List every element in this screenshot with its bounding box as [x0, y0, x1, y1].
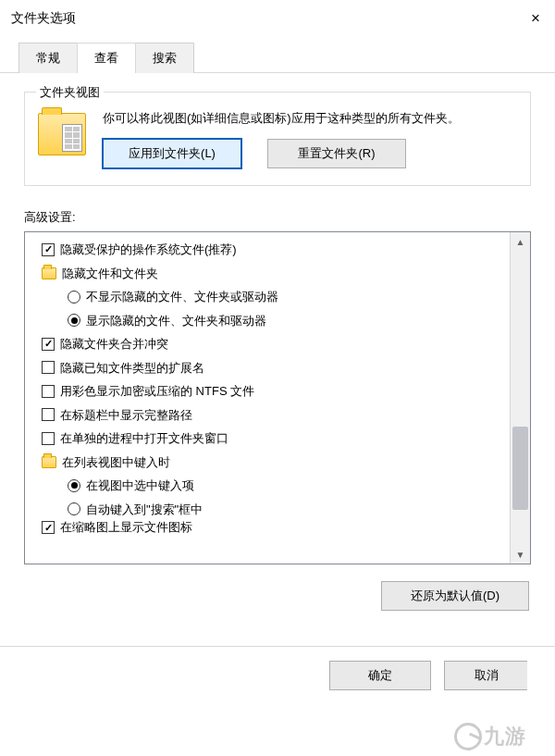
folder-view-icon — [38, 113, 86, 155]
folder-icon — [42, 267, 56, 279]
tree-item-12[interactable]: 在缩略图上显示文件图标 — [32, 521, 510, 534]
tree-item-label: 隐藏文件夹合并冲突 — [60, 335, 168, 353]
tree-item-6[interactable]: 用彩色显示加密或压缩的 NTFS 文件 — [32, 379, 510, 403]
tree-item-label: 隐藏受保护的操作系统文件(推荐) — [60, 241, 237, 259]
scroll-up-icon[interactable]: ▲ — [511, 232, 530, 251]
tab-1[interactable]: 查看 — [77, 43, 136, 73]
checkbox-icon — [42, 521, 55, 534]
tree-item-label: 隐藏已知文件类型的扩展名 — [60, 359, 204, 378]
tree-item-label: 不显示隐藏的文件、文件夹或驱动器 — [86, 288, 278, 306]
scrollbar-thumb[interactable] — [512, 427, 528, 510]
window-title: 文件夹选项 — [11, 10, 76, 27]
tree-item-label: 隐藏文件和文件夹 — [62, 265, 158, 283]
scroll-down-icon[interactable]: ▼ — [511, 545, 530, 564]
scrollbar-vertical[interactable]: ▲ ▼ — [510, 232, 530, 564]
tree-item-11[interactable]: 自动键入到"搜索"框中 — [32, 498, 510, 522]
tree-item-3[interactable]: 显示隐藏的文件、文件夹和驱动器 — [32, 309, 510, 333]
tree-item-label: 在标题栏中显示完整路径 — [60, 406, 192, 425]
tree-item-0[interactable]: 隐藏受保护的操作系统文件(推荐) — [32, 238, 510, 262]
checkbox-icon — [42, 385, 55, 398]
advanced-settings-tree[interactable]: 隐藏受保护的操作系统文件(推荐)隐藏文件和文件夹不显示隐藏的文件、文件夹或驱动器… — [24, 231, 531, 564]
radio-icon — [68, 479, 80, 492]
tree-item-7[interactable]: 在标题栏中显示完整路径 — [32, 403, 510, 428]
tree-item-8[interactable]: 在单独的进程中打开文件夹窗口 — [32, 427, 510, 451]
folder-view-legend: 文件夹视图 — [36, 84, 104, 101]
tree-item-label: 自动键入到"搜索"框中 — [86, 501, 203, 519]
reset-folders-button[interactable]: 重置文件夹(R) — [267, 139, 406, 168]
apply-to-folders-button[interactable]: 应用到文件夹(L) — [103, 139, 241, 168]
checkbox-icon — [42, 361, 55, 374]
tab-0[interactable]: 常规 — [18, 43, 78, 73]
checkbox-icon — [42, 408, 55, 421]
folder-view-desc: 你可以将此视图(如详细信息或图标)应用于这种类型的所有文件夹。 — [103, 109, 517, 128]
checkbox-icon — [42, 243, 55, 256]
ok-button[interactable]: 确定 — [329, 661, 431, 690]
close-icon[interactable]: × — [527, 9, 544, 28]
tree-item-5[interactable]: 隐藏已知文件类型的扩展名 — [32, 356, 510, 380]
radio-icon — [68, 314, 80, 327]
tree-item-10[interactable]: 在视图中选中键入项 — [32, 474, 510, 498]
tree-item-9[interactable]: 在列表视图中键入时 — [32, 451, 510, 475]
tree-item-2[interactable]: 不显示隐藏的文件、文件夹或驱动器 — [32, 285, 510, 309]
restore-defaults-button[interactable]: 还原为默认值(D) — [381, 581, 529, 611]
checkbox-icon — [42, 432, 55, 445]
checkbox-icon — [42, 338, 55, 351]
tree-item-label: 在单独的进程中打开文件夹窗口 — [60, 429, 228, 448]
advanced-settings-label: 高级设置: — [24, 209, 531, 226]
tree-item-label: 在列表视图中键入时 — [62, 453, 170, 472]
tree-item-label: 在视图中选中键入项 — [86, 477, 194, 495]
radio-icon — [68, 291, 80, 304]
tree-item-4[interactable]: 隐藏文件夹合并冲突 — [32, 332, 510, 356]
radio-icon — [68, 502, 80, 515]
folder-icon — [42, 456, 56, 468]
watermark: 九游 — [426, 717, 555, 756]
tree-item-1[interactable]: 隐藏文件和文件夹 — [32, 262, 510, 286]
tree-item-label: 在缩略图上显示文件图标 — [60, 521, 192, 534]
tree-item-label: 显示隐藏的文件、文件夹和驱动器 — [86, 312, 266, 330]
cancel-button[interactable]: 取消 — [444, 661, 527, 690]
tab-2[interactable]: 搜索 — [135, 43, 194, 73]
tree-item-label: 用彩色显示加密或压缩的 NTFS 文件 — [60, 382, 254, 401]
